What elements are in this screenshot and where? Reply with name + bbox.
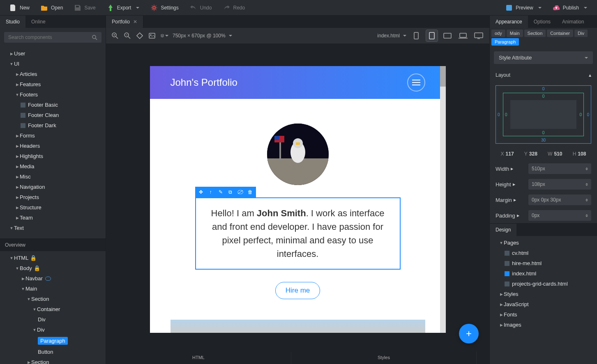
tree-articles[interactable]: ▶Articles [0, 69, 106, 79]
ov-div1[interactable]: Div [0, 314, 106, 325]
tree-user[interactable]: ▶User [0, 48, 106, 59]
layout-section-header[interactable]: Layout▴ [490, 68, 597, 82]
breadcrumb: ody Main Section Container Div Paragraph [490, 28, 597, 47]
design-index[interactable]: index.html [490, 268, 597, 279]
add-fab[interactable]: + [459, 324, 479, 343]
box-model[interactable]: 0 30 0 0 0 0 0 0 [496, 85, 591, 144]
tab-online[interactable]: Online [25, 16, 51, 28]
tree-footer-dark[interactable]: Footer Dark [0, 120, 106, 130]
ov-section2[interactable]: ▶Section [0, 357, 106, 364]
bc-paragraph[interactable]: Paragraph [491, 38, 519, 46]
bottom-tab-html[interactable]: HTML [106, 352, 291, 364]
tree-ui[interactable]: ▼UI [0, 59, 106, 69]
open-button[interactable]: Open [36, 2, 68, 14]
image-icon[interactable] [148, 32, 156, 40]
height-input[interactable]: 108px [528, 179, 591, 190]
ov-body[interactable]: ▼Body 🔒 [0, 263, 106, 273]
design-js[interactable]: ▶JavaScript [490, 299, 597, 309]
tree-footer-clean[interactable]: Footer Clean [0, 110, 106, 120]
tree-highlights[interactable]: ▶Highlights [0, 151, 106, 161]
avatar [267, 124, 329, 185]
tree-headers[interactable]: ▶Headers [0, 141, 106, 151]
device-desktop-icon[interactable] [473, 30, 484, 41]
export-button[interactable]: Export [102, 2, 145, 14]
design-cv[interactable]: cv.html [490, 248, 597, 258]
ov-paragraph[interactable]: Paragraph [0, 335, 106, 347]
new-button[interactable]: New [5, 2, 35, 14]
bc-body[interactable]: ody [491, 30, 505, 37]
ov-navbar[interactable]: ▶Navbar [0, 273, 106, 284]
bottom-tab-styles[interactable]: Styles [291, 352, 477, 364]
tree-footer-basic[interactable]: Footer Basic [0, 100, 106, 110]
device-laptop-icon[interactable] [457, 30, 469, 41]
layers-icon[interactable] [160, 32, 168, 40]
device-tablet-icon[interactable] [426, 30, 438, 41]
hamburger-icon[interactable] [407, 73, 425, 92]
canvas-info[interactable]: 750px × 670px @ 100% [173, 33, 232, 39]
design-hire[interactable]: hire-me.html [490, 258, 597, 268]
tab-animation[interactable]: Animation [556, 16, 590, 28]
design-projects[interactable]: projects-grid-cards.html [490, 279, 597, 289]
tab-studio[interactable]: Studio [0, 16, 25, 28]
ov-html[interactable]: ▼HTML 🔒 [0, 253, 106, 263]
svg-rect-17 [460, 33, 466, 37]
tab-appearance[interactable]: Appearance [490, 16, 528, 28]
canvas-area: John's Portfolio ✥ ↑ ✎ ⧉ 🗑 [106, 43, 489, 352]
ov-div2[interactable]: ▼Div [0, 325, 106, 335]
style-attribute-select[interactable]: Style Attribute [494, 51, 593, 64]
tree-structure[interactable]: ▶Structure [0, 202, 106, 213]
rotate-icon[interactable] [136, 32, 144, 40]
tree-features[interactable]: ▶Features [0, 79, 106, 89]
width-input[interactable]: 510px [528, 163, 591, 174]
scrollbar[interactable] [440, 66, 446, 333]
bc-section[interactable]: Section [524, 30, 546, 37]
hide-icon[interactable] [237, 189, 244, 195]
up-icon[interactable]: ↑ [207, 189, 214, 195]
margin-input[interactable]: 0px 0px 30px [528, 195, 591, 205]
tree-text[interactable]: ▼Text [0, 223, 106, 233]
design-images[interactable]: ▶Images [490, 320, 597, 330]
tree-footers[interactable]: ▼Footers [0, 89, 106, 100]
hire-button[interactable]: Hire me [275, 282, 320, 299]
ov-section[interactable]: ▼Section [0, 294, 106, 304]
edit-icon[interactable]: ✎ [217, 189, 224, 195]
tab-design[interactable]: Design [490, 224, 516, 236]
copy-icon[interactable]: ⧉ [227, 189, 234, 195]
current-file[interactable]: index.html [377, 33, 406, 39]
settings-button[interactable]: Settings [146, 2, 183, 14]
bc-container[interactable]: Container [547, 30, 573, 37]
device-mobile-icon[interactable] [410, 30, 422, 41]
tree-navigation[interactable]: ▶Navigation [0, 182, 106, 192]
close-icon[interactable]: ✕ [133, 19, 137, 25]
selected-paragraph[interactable]: ✥ ↑ ✎ ⧉ 🗑 Hello! I am John Smith. I work… [195, 197, 401, 270]
tree-projects[interactable]: ▶Projects [0, 192, 106, 202]
save-button[interactable]: Save [69, 2, 100, 14]
delete-icon[interactable]: 🗑 [247, 189, 254, 195]
zoom-out-icon[interactable] [123, 32, 131, 40]
tree-team[interactable]: ▶Team [0, 213, 106, 223]
tree-misc[interactable]: ▶Misc [0, 172, 106, 182]
tree-forms[interactable]: ▶Forms [0, 130, 106, 141]
preview-button[interactable]: Preview [501, 2, 546, 14]
search-input[interactable] [4, 32, 101, 43]
design-pages[interactable]: ▼Pages [490, 238, 597, 248]
component-tree: ▶User ▼UI ▶Articles ▶Features ▼Footers F… [0, 47, 106, 238]
zoom-in-icon[interactable] [111, 32, 119, 40]
ov-button[interactable]: Button [0, 347, 106, 357]
tree-media[interactable]: ▶Media [0, 161, 106, 172]
ov-container[interactable]: ▼Container [0, 304, 106, 314]
bc-div[interactable]: Div [574, 30, 588, 37]
design-styles[interactable]: ▶Styles [490, 289, 597, 299]
design-fonts[interactable]: ▶Fonts [490, 309, 597, 320]
bc-main[interactable]: Main [507, 30, 523, 37]
ov-main[interactable]: ▼Main [0, 284, 106, 294]
tab-options[interactable]: Options [528, 16, 556, 28]
move-icon[interactable]: ✥ [198, 189, 204, 195]
undo-button[interactable]: Undo [185, 2, 217, 14]
padding-input[interactable]: 0px [528, 210, 591, 221]
canvas[interactable]: John's Portfolio ✥ ↑ ✎ ⧉ 🗑 [150, 66, 446, 333]
publish-button[interactable]: Publish [548, 2, 592, 14]
device-tablet-landscape-icon[interactable] [442, 30, 453, 41]
file-tab-portfolio[interactable]: Portfolio✕ [106, 16, 143, 28]
redo-button[interactable]: Redo [218, 2, 250, 14]
